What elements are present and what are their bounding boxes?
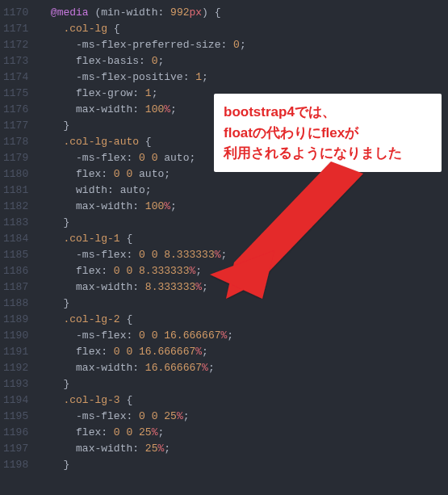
code-line[interactable]: flex-basis: 0; (38, 53, 245, 69)
code-line[interactable]: } (38, 215, 245, 231)
code-token: : (132, 281, 145, 293)
code-token: : (157, 6, 170, 19)
annotation-line: floatの代わりにflexが (224, 123, 432, 144)
code-token: -ms-flex (76, 152, 126, 164)
code-token: 100 (145, 103, 164, 115)
code-token: flex (76, 168, 101, 180)
annotation-line: bootstrap4では、 (224, 102, 432, 123)
code-token: 0 (233, 39, 240, 51)
code-token: 0 0 16.666667 (114, 346, 195, 358)
code-line[interactable]: } (38, 457, 245, 473)
code-token: % (195, 346, 202, 358)
code-token: flex (76, 265, 101, 277)
code-token: { (107, 23, 120, 35)
code-token: flex (76, 426, 101, 438)
code-token: .col-lg-2 (63, 313, 119, 325)
code-token: max-width (76, 362, 132, 374)
line-number: 1177 (3, 118, 28, 134)
code-token: ; (195, 265, 202, 277)
code-line[interactable]: .col-lg-1 { (38, 231, 245, 247)
code-editor[interactable]: 1170117111721173117411751176117711781179… (0, 0, 448, 478)
code-token: : (183, 71, 196, 83)
line-number: 1180 (3, 166, 28, 182)
line-number: 1179 (3, 150, 28, 166)
line-number: 1173 (3, 53, 28, 69)
code-token: : auto; (107, 184, 152, 196)
code-line[interactable]: -ms-flex: 0 0 16.666667%; (38, 328, 245, 344)
code-token: ; (202, 346, 208, 358)
line-number: 1181 (3, 182, 28, 199)
line-number: 1189 (3, 312, 28, 328)
code-token: .col-lg-1 (63, 233, 119, 245)
annotation-callout: bootstrap4では、 floatの代わりにflexが 利用されるようになり… (214, 94, 442, 172)
annotation-line: 利用されるようになりました (224, 143, 432, 164)
line-number: 1178 (3, 134, 28, 150)
code-token: px (189, 6, 202, 19)
code-token: ; (202, 71, 208, 83)
code-token: ; (208, 362, 215, 374)
code-token: ; (170, 200, 177, 212)
code-token: } (63, 216, 69, 229)
code-line[interactable]: flex: 0 0 25%; (38, 425, 245, 441)
code-line[interactable]: max-width: 8.333333%; (38, 279, 245, 296)
code-token: { (139, 136, 152, 148)
line-number: 1190 (3, 328, 28, 344)
code-line[interactable]: -ms-flex: 0 0 25%; (38, 409, 245, 425)
code-line[interactable]: max-width: 100%; (38, 199, 245, 215)
code-token: -ms-flex (76, 249, 126, 261)
code-token: % (164, 103, 170, 115)
code-area[interactable]: @media (min-width: 992px) { .col-lg { -m… (35, 0, 245, 478)
code-token: : (132, 103, 145, 115)
code-line[interactable]: .col-lg { (38, 21, 245, 37)
code-token: -ms-flex-preferred-size (76, 39, 220, 51)
code-token: : (132, 443, 145, 455)
code-token: : (101, 426, 114, 438)
code-line[interactable]: .col-lg-3 { (38, 392, 245, 409)
code-token: } (63, 120, 69, 132)
line-number: 1182 (3, 199, 28, 215)
code-token: max-width (76, 443, 132, 455)
code-token: : (132, 87, 145, 99)
line-number-gutter: 1170117111721173117411751176117711781179… (0, 0, 35, 478)
line-number: 1175 (3, 86, 28, 102)
line-number: 1172 (3, 37, 28, 53)
code-token: : (220, 39, 233, 51)
code-line[interactable]: @media (min-width: 992px) { (38, 5, 245, 21)
code-line[interactable]: } (38, 296, 245, 312)
line-number: 1195 (3, 409, 28, 425)
code-line[interactable]: flex: 0 0 16.666667%; (38, 344, 245, 360)
code-line[interactable]: max-width: 16.666667%; (38, 360, 245, 376)
code-token: 0 0 25 (139, 410, 177, 422)
code-token: ; (157, 426, 164, 438)
code-line[interactable]: .col-lg-2 { (38, 312, 245, 328)
code-line[interactable]: -ms-flex: 0 0 8.333333%; (38, 247, 245, 263)
code-token: : (126, 152, 139, 164)
code-token: } (63, 378, 69, 390)
code-line[interactable]: flex: 0 0 8.333333%; (38, 263, 245, 279)
code-line[interactable]: width: auto; (38, 182, 245, 199)
code-token: ; (152, 87, 158, 99)
code-token: 1 (145, 87, 152, 99)
code-token: : (126, 329, 139, 342)
code-token: % (202, 362, 208, 374)
code-line[interactable]: } (38, 376, 245, 392)
code-token: : (101, 265, 114, 277)
code-token: } (63, 297, 69, 309)
line-number: 1183 (3, 215, 28, 231)
code-token: max-width (76, 200, 132, 212)
code-token: 0 0 8.333333 (139, 249, 215, 261)
code-token: % (164, 200, 170, 212)
code-token: .col-lg-3 (63, 394, 119, 406)
code-token: auto; (132, 168, 170, 180)
code-line[interactable]: -ms-flex-positive: 1; (38, 69, 245, 86)
code-token: flex-basis (76, 55, 139, 67)
code-token: 0 0 16.666667 (139, 329, 220, 342)
code-token: : (101, 346, 114, 358)
code-line[interactable]: max-width: 25%; (38, 441, 245, 457)
code-token: ; (183, 410, 190, 422)
code-token: 0 0 8.333333 (114, 265, 190, 277)
code-token: : (101, 168, 114, 180)
code-token: : (132, 362, 145, 374)
line-number: 1193 (3, 376, 28, 392)
code-line[interactable]: -ms-flex-preferred-size: 0; (38, 37, 245, 53)
